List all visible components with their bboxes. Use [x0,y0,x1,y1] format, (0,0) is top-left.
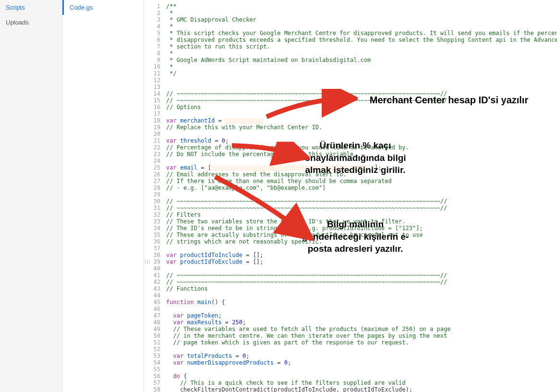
arrow-icon [262,89,358,122]
code-line[interactable]: * This script checks your Google Merchan… [166,30,557,37]
code-line[interactable]: // These variables are used to fetch all… [166,326,557,332]
sidebar: Scripts Uploads [0,0,62,392]
code-line[interactable]: // Functions [166,285,557,292]
code-line[interactable]: checkFiltersDontContradict(productIdToIn… [166,386,557,392]
code-line[interactable] [166,366,557,373]
code-line[interactable]: function main() { [166,299,557,306]
code-line[interactable]: * [166,63,557,70]
code-line[interactable]: * disapproved products exceeds a specifi… [166,37,557,43]
annotation-threshold: Ürünlerin % kaçı onaylanmadığında bilgi … [298,139,413,176]
code-line[interactable]: var numberDisapprovedProducts = 0; [166,359,557,366]
code-line[interactable]: var maxResults = 250; [166,319,557,326]
annotation-merchant-id: Merchant Center hesap ID'si yazılır [351,94,547,107]
code-line[interactable]: // ~~~~~~~~~~~~~~~~~~~~~~~~~~~~~~~~~~~~~… [166,279,557,285]
code-line[interactable]: do { [166,373,557,380]
code-line[interactable]: // This is a quick check to see if the f… [166,380,557,386]
code-line[interactable]: var totalProducts = 0; [166,353,557,359]
sidebar-item-uploads[interactable]: Uploads [0,15,62,30]
code-line[interactable]: * Google AdWords Script maintained on br… [166,57,557,63]
sidebar-item-scripts[interactable]: Scripts [0,0,62,15]
code-line[interactable]: * [166,50,557,57]
code-line[interactable]: * [166,10,557,16]
code-line[interactable] [166,131,557,137]
code-line[interactable] [166,77,557,84]
panel-resize-handle[interactable]: ⠿ [143,259,151,264]
code-line[interactable]: var merchantId = [166,117,557,124]
code-line[interactable] [166,346,557,353]
code-line[interactable]: // in the merchant centre. We can then i… [166,332,557,339]
code-line[interactable]: var pageToken; [166,312,557,319]
code-line[interactable] [166,84,557,90]
code-line[interactable] [166,292,557,299]
code-line[interactable] [166,306,557,312]
file-list: Code.gs [62,0,144,392]
arrow-icon [211,173,317,245]
code-editor[interactable]: 1234567891011121314151617181920212223242… [144,0,557,392]
code-line[interactable]: // page token which is given as part of … [166,339,557,346]
code-line[interactable]: */ [166,70,557,77]
code-line[interactable]: // Replace this with your Merchant Cente… [166,124,557,131]
code-line[interactable]: * [166,23,557,30]
code-line[interactable]: * GMC Disapproval Checker [166,16,557,23]
file-item-code-gs[interactable]: Code.gs [62,0,144,15]
line-number-gutter: 1234567891011121314151617181920212223242… [144,0,164,392]
code-line[interactable] [166,110,557,117]
arrow-icon [228,142,310,166]
code-line[interactable]: var productIdToExclude = []; [166,258,557,265]
code-line[interactable]: * section to run this script. [166,43,557,50]
code-line[interactable]: // ~~~~~~~~~~~~~~~~~~~~~~~~~~~~~~~~~~~~~… [166,272,557,279]
code-line[interactable] [166,265,557,272]
code-line[interactable]: /** [166,3,557,10]
